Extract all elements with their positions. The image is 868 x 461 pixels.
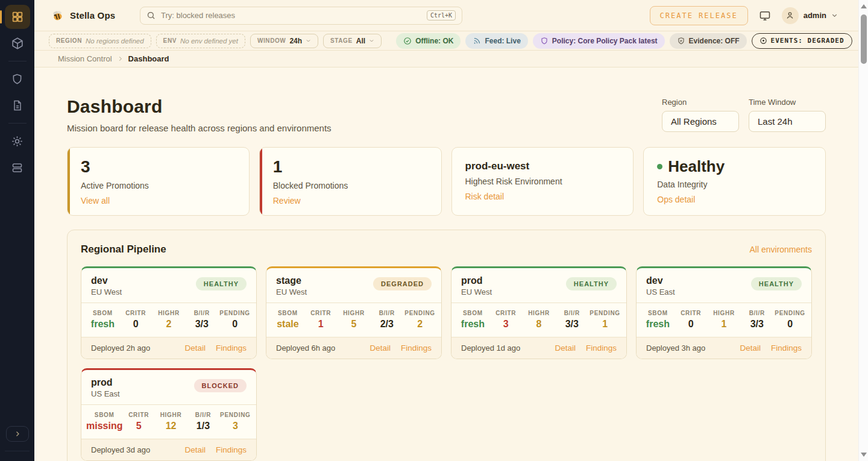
scrollbar-down-arrow-icon[interactable] [861, 453, 867, 457]
stat-label: Active Promotions [81, 181, 236, 190]
stat-card: prod-eu-west Highest Risk Environment Ri… [451, 147, 634, 216]
metric-highr: HIGHR 8 [523, 310, 556, 330]
status-badge: BLOCKED [194, 379, 247, 392]
metric-label: CRITR [675, 310, 708, 316]
page-filters: Region All Regions Time Window Last 24h [662, 98, 826, 132]
page-content: Dashboard Mission board for release heal… [34, 67, 858, 461]
shield-icon [11, 73, 24, 86]
metric-sbom: SBOM missing [86, 412, 122, 431]
stats-row: 3 Active Promotions View all 1 Blocked P… [67, 147, 826, 216]
sidebar-item-artifacts[interactable] [5, 31, 30, 55]
findings-link[interactable]: Findings [216, 445, 247, 454]
detail-link[interactable]: Detail [740, 343, 761, 353]
metrics-row: SBOM missing CRITR 5 HIGHR 12 [81, 404, 256, 439]
metric-value: fresh [641, 319, 675, 330]
pipeline-card-header: prod US East BLOCKED [81, 370, 256, 404]
detail-link[interactable]: Detail [184, 445, 206, 454]
time-window-select-value: Last 24h [758, 116, 793, 127]
sidebar-item-settings[interactable] [5, 129, 30, 153]
user-menu[interactable]: admin [782, 7, 838, 24]
sidebar-item-security[interactable] [5, 67, 30, 91]
metric-label: SBOM [86, 412, 122, 418]
pipeline-card-title: dev EU West [91, 275, 122, 296]
sidebar-item-dashboard[interactable] [5, 5, 30, 29]
findings-link[interactable]: Findings [216, 343, 247, 353]
feed-status-pill[interactable]: Feed: Live [465, 33, 527, 49]
metric-value: 2/3 [370, 319, 403, 330]
pipeline-card-footer: Deployed 1d ago Detail Findings [451, 337, 626, 359]
deployed-timestamp: Deployed 3h ago [646, 343, 705, 353]
findings-link[interactable]: Findings [586, 343, 617, 353]
sidebar-expand-button[interactable] [6, 426, 29, 442]
stat-link[interactable]: View all [81, 196, 110, 205]
stat-link[interactable]: Review [273, 196, 301, 205]
pipeline-card: stage EU West DEGRADED SBOM stale CR [266, 266, 442, 359]
detail-link[interactable]: Detail [370, 343, 391, 353]
stat-link[interactable]: Ops detail [657, 195, 695, 204]
region-select[interactable]: All Regions [662, 111, 739, 132]
pipeline-card: prod US East BLOCKED SBOM missing CR [81, 368, 257, 461]
stat-value: 3 [81, 158, 236, 177]
sidebar-item-documents[interactable] [5, 93, 30, 118]
metric-label: HIGHR [153, 310, 186, 316]
pipeline-card-footer: Deployed 2h ago Detail Findings [81, 337, 256, 359]
status-badge: DEGRADED [373, 277, 432, 290]
stat-card: 3 Active Promotions View all [67, 147, 250, 216]
metric-critr: CRITR 1 [304, 310, 338, 330]
time-window-select[interactable]: Last 24h [749, 111, 826, 132]
region-filter-group: Region All Regions [662, 98, 739, 132]
metric-highr: HIGHR 12 [155, 412, 187, 431]
metric-label: B/I/R [187, 412, 219, 418]
metric-value: 12 [155, 421, 187, 431]
policy-status-pill[interactable]: Policy: Core Policy Pack latest [533, 33, 665, 49]
chevron-right-icon [117, 55, 124, 62]
gear-icon [11, 135, 24, 148]
time-window-select-label: Time Window [749, 98, 826, 107]
events-status-pill[interactable]: EVENTS: DEGRADED [752, 33, 852, 49]
user-name: admin [804, 11, 826, 20]
metric-label: PENDING [218, 310, 251, 316]
detail-link[interactable]: Detail [555, 343, 576, 353]
findings-link[interactable]: Findings [771, 343, 802, 353]
offline-status-pill[interactable]: Offline: OK [396, 33, 461, 49]
env-filter-label: ENV [163, 37, 177, 44]
metric-value: fresh [86, 319, 119, 330]
stat-card: 1 Blocked Promotions Review [259, 147, 442, 216]
feed-status-text: Feed: Live [485, 37, 520, 45]
window-scrollbar[interactable] [858, 0, 868, 461]
metric-value: 1 [708, 319, 741, 330]
detail-link[interactable]: Detail [184, 343, 206, 353]
metric-label: PENDING [219, 412, 251, 418]
display-mode-button[interactable] [759, 10, 771, 22]
brand[interactable]: Stella Ops [51, 9, 124, 22]
topbar-actions: CREATE RELEASE admin [650, 6, 838, 25]
metric-value: 1/3 [187, 421, 219, 431]
environment-name: dev [91, 275, 122, 286]
scrollbar-up-arrow-icon[interactable] [861, 4, 867, 8]
sidebar-item-infrastructure[interactable] [5, 155, 30, 180]
metrics-row: SBOM fresh CRITR 0 HIGHR 2 [81, 303, 256, 337]
env-filter-pill[interactable]: ENV No env defined yet [156, 34, 245, 48]
breadcrumb-parent[interactable]: Mission Control [58, 54, 112, 63]
page-title: Dashboard [67, 96, 332, 117]
sidebar-divider [8, 61, 27, 61]
stat-link[interactable]: Risk detail [465, 192, 505, 201]
all-environments-link[interactable]: All environments [750, 245, 813, 254]
shield-off-icon [677, 37, 685, 45]
metric-label: PENDING [773, 310, 807, 316]
scrollbar-thumb[interactable] [861, 14, 867, 64]
search-box[interactable]: Ctrl+K [140, 7, 462, 25]
context-bar: REGION No regions defined ENV No env def… [34, 31, 858, 51]
stage-filter-pill[interactable]: STAGE All [323, 34, 382, 48]
environment-name: dev [646, 275, 675, 286]
create-release-button[interactable]: CREATE RELEASE [650, 6, 748, 25]
pipeline-grid: dev EU West HEALTHY SBOM fresh CRITR [81, 266, 812, 461]
region-filter-pill[interactable]: REGION No regions defined [49, 34, 151, 48]
findings-link[interactable]: Findings [401, 343, 432, 353]
deployed-timestamp: Deployed 2h ago [91, 343, 150, 353]
window-filter-pill[interactable]: WINDOW 24h [250, 34, 318, 48]
search-input[interactable] [161, 11, 421, 20]
metric-critr: CRITR 5 [122, 412, 154, 431]
evidence-status-pill[interactable]: Evidence: OFF [670, 33, 747, 49]
metric-label: HIGHR [523, 310, 556, 316]
